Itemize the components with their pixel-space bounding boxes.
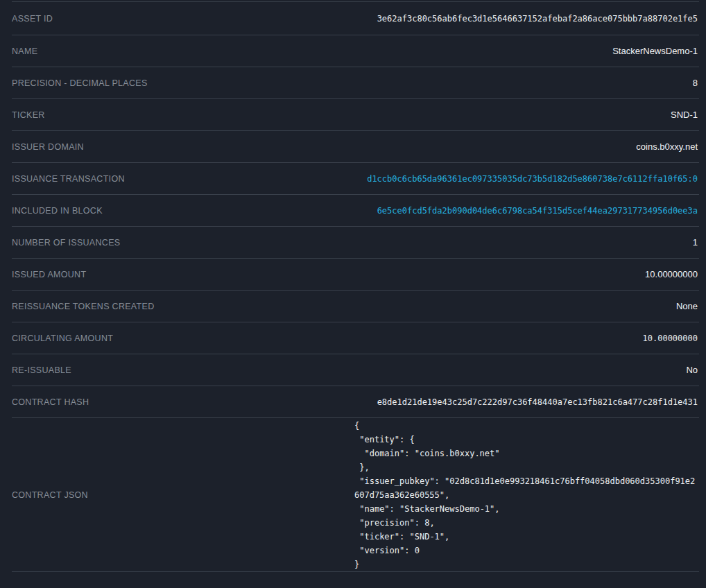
- row-included-in-block: INCLUDED IN BLOCK 6e5ce0fcd5fda2b090d04d…: [12, 195, 699, 227]
- re-issuable-label: RE-ISSUABLE: [12, 365, 71, 375]
- row-reissuance-tokens: REISSUANCE TOKENS CREATED None: [12, 291, 699, 322]
- included-in-block-label: INCLUDED IN BLOCK: [12, 206, 103, 216]
- reissuance-tokens-value: None: [676, 301, 698, 311]
- precision-value: 8: [693, 78, 698, 88]
- issuer-domain-value: coins.b0xxy.net: [636, 141, 698, 152]
- contract-json-code: { "entity": { "domain": "coins.b0xxy.net…: [354, 419, 698, 571]
- name-value: StackerNewsDemo-1: [612, 46, 698, 56]
- issued-amount-label: ISSUED AMOUNT: [12, 270, 86, 279]
- row-issuer-domain: ISSUER DOMAIN coins.b0xxy.net: [12, 131, 699, 163]
- ticker-label: TICKER: [12, 110, 45, 120]
- contract-json-label: CONTRACT JSON: [12, 490, 88, 500]
- row-issuance-transaction: ISSUANCE TRANSACTION d1ccb0c6cb65da96361…: [12, 163, 699, 195]
- circulating-amount-value: 10.00000000: [643, 334, 698, 343]
- row-re-issuable: RE-ISSUABLE No: [12, 354, 699, 386]
- issuance-transaction-label: ISSUANCE TRANSACTION: [12, 174, 125, 184]
- row-number-of-issuances: NUMBER OF ISSUANCES 1: [12, 227, 699, 259]
- re-issuable-value: No: [686, 365, 698, 375]
- contract-hash-value: e8de1d21de19e43c25d7c222d97c36f48440a7ec…: [377, 397, 698, 407]
- reissuance-tokens-label: REISSUANCE TOKENS CREATED: [12, 302, 154, 311]
- issuance-transaction-link[interactable]: d1ccb0c6cb65da96361ec097335035dc73b5d182…: [367, 174, 698, 184]
- contract-json-value: { "entity": { "domain": "coins.b0xxy.net…: [354, 419, 698, 571]
- issuer-domain-label: ISSUER DOMAIN: [12, 142, 84, 152]
- precision-label: PRECISION - DECIMAL PLACES: [12, 78, 148, 88]
- row-circulating-amount: CIRCULATING AMOUNT 10.00000000: [12, 322, 699, 354]
- number-of-issuances-label: NUMBER OF ISSUANCES: [12, 238, 120, 248]
- included-in-block-link[interactable]: 6e5ce0fcd5fda2b090d04de6c6798ca54f315d5c…: [377, 206, 698, 216]
- row-issued-amount: ISSUED AMOUNT 10.00000000: [12, 259, 699, 291]
- row-ticker: TICKER SND-1: [12, 99, 699, 131]
- row-contract-hash: CONTRACT HASH e8de1d21de19e43c25d7c222d9…: [12, 386, 699, 418]
- row-asset-id: ASSET ID 3e62af3c80c56ab6fec3d1e56466371…: [12, 2, 699, 35]
- asset-id-label: ASSET ID: [12, 14, 53, 24]
- number-of-issuances-value: 1: [693, 237, 698, 248]
- row-contract-json: CONTRACT JSON { "entity": { "domain": "c…: [12, 418, 699, 572]
- ticker-value: SND-1: [671, 110, 698, 120]
- issued-amount-value: 10.00000000: [645, 269, 698, 279]
- name-label: NAME: [12, 46, 37, 56]
- row-name: NAME StackerNewsDemo-1: [12, 35, 699, 67]
- circulating-amount-label: CIRCULATING AMOUNT: [12, 334, 113, 343]
- row-precision: PRECISION - DECIMAL PLACES 8: [12, 67, 699, 99]
- asset-id-value: 3e62af3c80c56ab6fec3d1e5646637152afebaf2…: [377, 14, 698, 24]
- asset-details-table: ASSET ID 3e62af3c80c56ab6fec3d1e56466371…: [0, 0, 706, 588]
- contract-hash-label: CONTRACT HASH: [12, 397, 89, 407]
